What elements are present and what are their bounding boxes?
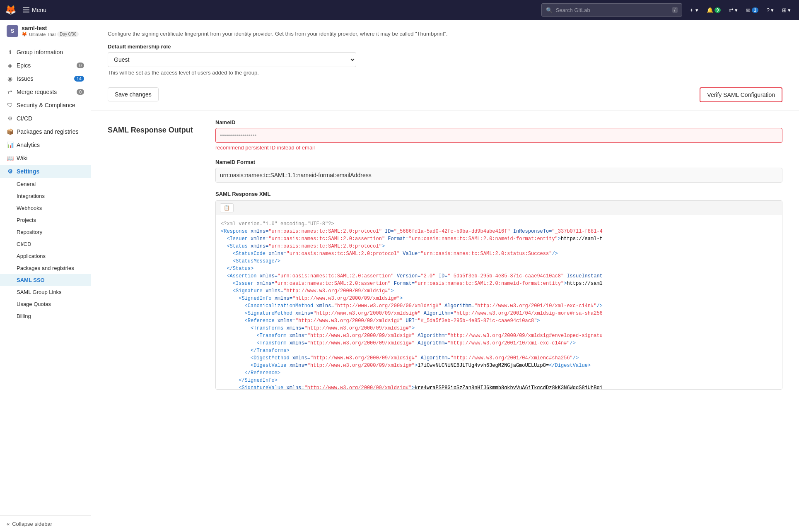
sidebar-item-issues[interactable]: ◉ Issues 14 bbox=[0, 72, 91, 85]
sidebar-item-label: Group information bbox=[17, 49, 63, 55]
sidebar-sub-packages[interactable]: Packages and registries bbox=[0, 262, 91, 274]
sidebar-item-packages[interactable]: 📦 Packages and registries bbox=[0, 125, 91, 138]
plus-icon: ＋ bbox=[689, 6, 694, 14]
membership-form-section: Configure the signing certificate finger… bbox=[91, 20, 799, 111]
notifications-button[interactable]: 🔔 9 bbox=[703, 5, 724, 16]
main-content: Configure the signing certificate finger… bbox=[91, 20, 799, 532]
trial-label: Ultimate Trial bbox=[29, 32, 56, 37]
sidebar-sub-general[interactable]: General bbox=[0, 178, 91, 190]
sidebar-header: S saml-test 🦊 Ultimate Trial Day 0/30 bbox=[0, 20, 91, 42]
sidebar-item-analytics[interactable]: 📊 Analytics bbox=[0, 138, 91, 152]
saml-left-panel: SAML Response Output bbox=[108, 119, 215, 398]
sub-label: SAML SSO bbox=[17, 277, 45, 283]
todo-icon: ✉ bbox=[746, 7, 751, 13]
xml-group: SAML Response XML 📋 <?xml version="1.0" … bbox=[215, 191, 782, 390]
search-icon: 🔍 bbox=[546, 7, 553, 13]
xml-copy-button[interactable]: 📋 bbox=[220, 203, 234, 212]
issues-badge: 14 bbox=[74, 76, 84, 82]
sidebar-item-merge-requests[interactable]: ⇄ Merge requests 0 bbox=[0, 85, 91, 99]
saml-right-panel: NameID recommend persistent ID instead o… bbox=[215, 119, 782, 398]
info-icon: ℹ bbox=[7, 49, 13, 55]
sidebar-sub-saml-sso[interactable]: SAML SSO bbox=[0, 274, 91, 286]
sidebar-item-label: Epics bbox=[17, 62, 31, 69]
merge-request-icon: ⇄ bbox=[729, 7, 734, 13]
verify-saml-button[interactable]: Verify SAML Configuration bbox=[700, 87, 782, 102]
bell-icon: 🔔 bbox=[707, 7, 713, 13]
sidebar-sub-webhooks[interactable]: Webhooks bbox=[0, 202, 91, 214]
nameid-warning: recommend persistent ID instead of email bbox=[215, 144, 782, 151]
chevron-icon4: ▾ bbox=[788, 7, 791, 13]
mr-badge: 0 bbox=[77, 89, 84, 95]
copy-icon: 📋 bbox=[224, 205, 230, 211]
sidebar-item-settings[interactable]: ⚙ Settings bbox=[0, 165, 91, 178]
collapse-label: Collapse sidebar bbox=[12, 521, 52, 527]
saml-layout: SAML Response Output NameID recommend pe… bbox=[108, 119, 782, 398]
sidebar-sub-integrations[interactable]: Integrations bbox=[0, 190, 91, 202]
form-actions: Save changes Verify SAML Configuration bbox=[108, 82, 782, 102]
sub-label: Packages and registries bbox=[17, 265, 74, 271]
sidebar-item-label: Wiki bbox=[17, 155, 27, 161]
search-input[interactable] bbox=[556, 7, 669, 13]
sidebar: S saml-test 🦊 Ultimate Trial Day 0/30 ℹ … bbox=[0, 20, 91, 532]
search-bar[interactable]: 🔍 / bbox=[541, 3, 682, 17]
sub-label: Webhooks bbox=[17, 205, 42, 211]
membership-hint: This will be set as the access level of … bbox=[108, 70, 782, 76]
xml-content: <?xml version="1.0" encoding="UTF-8"?> <… bbox=[216, 215, 782, 389]
nameid-format-input[interactable] bbox=[215, 168, 782, 183]
nameid-format-group: NameID Format bbox=[215, 159, 782, 183]
issues-icon: ◉ bbox=[7, 75, 13, 82]
wiki-icon: 📖 bbox=[7, 155, 13, 161]
sub-label: Billing bbox=[17, 313, 31, 319]
nameid-input[interactable] bbox=[215, 128, 782, 143]
menu-button[interactable]: Menu bbox=[19, 5, 50, 15]
sidebar-item-epics[interactable]: ◈ Epics 0 bbox=[0, 59, 91, 72]
merge-requests-button[interactable]: ⇄ ▾ bbox=[726, 5, 741, 16]
xml-toolbar: 📋 bbox=[216, 201, 782, 215]
sidebar-item-group-information[interactable]: ℹ Group information bbox=[0, 46, 91, 59]
sidebar-item-wiki[interactable]: 📖 Wiki bbox=[0, 152, 91, 165]
collapse-sidebar-button[interactable]: « Collapse sidebar bbox=[7, 521, 84, 527]
help-button[interactable]: ? ▾ bbox=[763, 5, 777, 16]
help-icon: ? bbox=[767, 7, 770, 13]
apps-icon: ⊞ bbox=[782, 7, 787, 13]
fox-icon: 🦊 bbox=[22, 31, 27, 37]
sidebar-item-label: Analytics bbox=[17, 142, 40, 148]
sidebar-sub-projects[interactable]: Projects bbox=[0, 214, 91, 226]
sub-label: Usage Quotas bbox=[17, 301, 51, 307]
nameid-group: NameID recommend persistent ID instead o… bbox=[215, 119, 782, 151]
sidebar-sub-saml-group-links[interactable]: SAML Group Links bbox=[0, 286, 91, 298]
sidebar-item-label: Packages and registries bbox=[17, 128, 78, 135]
save-changes-button[interactable]: Save changes bbox=[108, 87, 159, 101]
sidebar-sub-repository[interactable]: Repository bbox=[0, 226, 91, 238]
xml-container: 📋 <?xml version="1.0" encoding="UTF-8"?>… bbox=[215, 200, 782, 390]
sidebar-item-cicd[interactable]: ⚙ CI/CD bbox=[0, 112, 91, 125]
sub-label: General bbox=[17, 181, 36, 187]
sidebar-item-label: Merge requests bbox=[17, 89, 57, 95]
nameid-label: NameID bbox=[215, 119, 782, 125]
menu-label: Menu bbox=[32, 7, 46, 13]
todos-button[interactable]: ✉ 1 bbox=[743, 5, 762, 16]
analytics-icon: 📊 bbox=[7, 142, 13, 148]
hamburger-icon bbox=[23, 7, 29, 12]
create-button[interactable]: ＋ ▾ bbox=[686, 4, 702, 16]
group-info: saml-test 🦊 Ultimate Trial Day 0/30 bbox=[22, 25, 79, 37]
sidebar-sub-billing[interactable]: Billing bbox=[0, 310, 91, 322]
nav-icons: ＋ ▾ 🔔 9 ⇄ ▾ ✉ 1 ? ▾ ⊞ ▾ bbox=[686, 4, 794, 16]
epics-badge: 0 bbox=[77, 63, 84, 68]
content-area: Configure the signing certificate finger… bbox=[91, 20, 799, 419]
sidebar-item-label: Settings bbox=[17, 168, 39, 175]
sidebar-sub-cicd[interactable]: CI/CD bbox=[0, 238, 91, 250]
membership-role-select[interactable]: Guest Reporter Developer Maintainer Owne… bbox=[108, 52, 356, 67]
sub-label: CI/CD bbox=[17, 241, 31, 247]
apps-button[interactable]: ⊞ ▾ bbox=[779, 5, 794, 16]
todo-badge: 1 bbox=[752, 7, 758, 13]
sidebar-sub-applications[interactable]: Applications bbox=[0, 250, 91, 262]
sidebar-item-security[interactable]: 🛡 Security & Compliance bbox=[0, 99, 91, 112]
sub-label: Integrations bbox=[17, 193, 45, 199]
mr-icon: ⇄ bbox=[7, 89, 13, 95]
notification-badge: 9 bbox=[715, 7, 721, 13]
sidebar-sub-usage-quotas[interactable]: Usage Quotas bbox=[0, 298, 91, 310]
sidebar-item-label: CI/CD bbox=[17, 115, 32, 122]
trial-info: 🦊 Ultimate Trial Day 0/30 bbox=[22, 31, 79, 37]
app-body: S saml-test 🦊 Ultimate Trial Day 0/30 ℹ … bbox=[0, 20, 799, 532]
